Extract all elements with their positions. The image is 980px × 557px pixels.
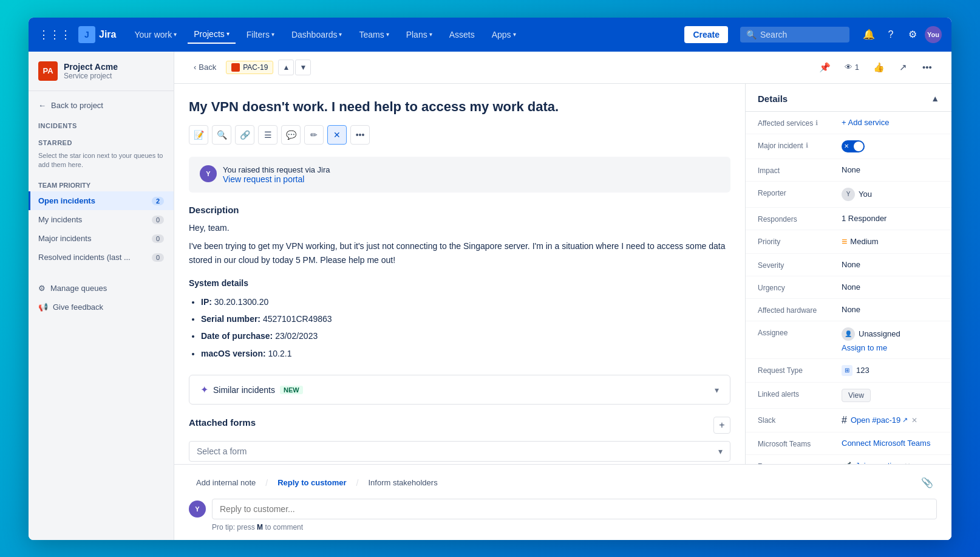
open-incidents-badge: 2	[152, 197, 164, 205]
request-type-label: Request Type	[758, 365, 837, 375]
help-icon[interactable]: ?	[881, 25, 900, 44]
grid-icon[interactable]: ⋮⋮⋮	[38, 28, 71, 41]
assignee-avatar: 👤	[842, 327, 855, 341]
priority-medium-icon: ≡	[842, 236, 847, 247]
sidebar-item-open-incidents[interactable]: Open incidents 2	[29, 191, 174, 210]
raised-text: You raised this request via Jira	[223, 165, 330, 174]
attach-button[interactable]: 📎	[917, 473, 937, 493]
plans-chevron: ▾	[429, 31, 432, 38]
toolbar-list-icon[interactable]: ☰	[258, 125, 277, 145]
manage-queues[interactable]: ⚙ Manage queues	[29, 279, 174, 298]
responders-value[interactable]: 1 Responder	[842, 214, 939, 223]
toolbar-link-icon[interactable]: 🔗	[235, 125, 254, 145]
sidebar-item-resolved-incidents[interactable]: Resolved incidents (last ... 0	[29, 248, 174, 267]
jira-logo[interactable]: J Jira	[78, 26, 116, 43]
nav-plans[interactable]: Plans ▾	[400, 26, 438, 43]
major-incident-toggle[interactable]: ✕	[842, 140, 865, 152]
request-type-row: Request Type ⊞ 123	[746, 359, 951, 383]
impact-value[interactable]: None	[842, 165, 939, 174]
major-incident-info-icon[interactable]: ℹ	[806, 142, 808, 149]
ms-teams-row: Microsoft Teams Connect Microsoft Teams	[746, 432, 951, 455]
content-area: ‹ Back PAC-19 ▲ ▼ 📌 👁	[174, 52, 951, 540]
sidebar-item-my-incidents[interactable]: My incidents 0	[29, 210, 174, 229]
view-portal-link[interactable]: View request in portal	[223, 174, 304, 184]
apps-chevron: ▾	[513, 31, 516, 38]
ms-teams-link[interactable]: Connect Microsoft Teams	[842, 439, 930, 448]
back-icon: ←	[38, 101, 46, 110]
impact-row: Impact None	[746, 159, 951, 182]
thumbsup-icon[interactable]: 👍	[869, 58, 888, 77]
forms-title: Attached forms	[189, 417, 256, 428]
create-button[interactable]: Create	[684, 26, 728, 43]
slack-close-icon[interactable]: ✕	[911, 416, 917, 425]
notifications-icon[interactable]: 🔔	[859, 25, 879, 44]
responders-label: Responders	[758, 214, 837, 224]
pin-icon[interactable]: 📌	[815, 58, 835, 77]
affected-hardware-value[interactable]: None	[842, 305, 939, 314]
toolbar-pin-icon[interactable]: ✏	[304, 125, 324, 145]
search-bar[interactable]: 🔍 Search	[740, 27, 849, 43]
back-arrow-icon: ‹	[194, 63, 196, 72]
nav-dashboards[interactable]: Dashboards ▾	[285, 26, 349, 43]
project-type: Service project	[64, 72, 118, 80]
view-alerts-button[interactable]: View	[842, 389, 871, 402]
add-service-button[interactable]: + Add service	[842, 118, 939, 127]
nav-teams[interactable]: Teams ▾	[353, 26, 395, 43]
back-to-project[interactable]: ← Back to project	[29, 96, 174, 115]
toolbar-text-icon[interactable]: 📝	[189, 125, 208, 145]
toolbar-cancel-icon[interactable]: ✕	[327, 125, 347, 145]
give-feedback[interactable]: 📢 Give feedback	[29, 298, 174, 316]
settings-icon[interactable]: ⚙	[903, 25, 922, 44]
details-title: Details	[758, 94, 788, 104]
toolbar-more-icon[interactable]: •••	[350, 125, 370, 145]
gear-icon: ⚙	[38, 284, 46, 293]
slack-row: Slack # Open #pac-19 ↗ ✕	[746, 409, 951, 432]
team-priority-label: TEAM PRIORITY	[29, 174, 174, 191]
nav-assets[interactable]: Assets	[443, 26, 481, 43]
priority-label: Priority	[758, 236, 837, 246]
issue-toolbar: 📝 🔍 🔗 ☰ 💬 ✏ ✕ •••	[189, 125, 730, 145]
inform-stakeholders-tab[interactable]: Inform stakeholders	[361, 474, 445, 491]
linked-alerts-value: View	[842, 389, 939, 402]
comment-input[interactable]	[212, 499, 937, 519]
details-header: Details ▲	[746, 84, 951, 112]
similar-incidents-section[interactable]: ✦ Similar incidents NEW ▾	[189, 375, 730, 405]
nav-your-work[interactable]: Your work ▾	[128, 26, 183, 43]
sidebar-item-major-incidents[interactable]: Major incidents 0	[29, 229, 174, 248]
description-title: Description	[189, 205, 730, 215]
add-internal-note-tab[interactable]: Add internal note	[189, 474, 263, 491]
slack-channel-link[interactable]: Open #pac-19 ↗	[851, 415, 908, 425]
incidents-label: Incidents	[29, 115, 174, 132]
dashboards-chevron: ▾	[339, 31, 342, 38]
watch-button[interactable]: 👁 1	[840, 60, 864, 74]
share-icon[interactable]: ↗	[893, 58, 913, 77]
prev-issue-button[interactable]: ▲	[278, 60, 294, 75]
sidebar-project: PA Project Acme Service project	[29, 61, 174, 91]
next-issue-button[interactable]: ▼	[295, 60, 311, 75]
reply-to-customer-tab[interactable]: Reply to customer	[270, 474, 353, 491]
similar-left: ✦ Similar incidents NEW	[200, 384, 303, 395]
collapse-button[interactable]: ▲	[931, 94, 939, 103]
severity-value[interactable]: None	[842, 260, 939, 269]
back-button[interactable]: ‹ Back	[189, 60, 221, 74]
more-options-icon[interactable]: •••	[917, 58, 937, 77]
assign-to-me-link[interactable]: Assign to me	[842, 343, 939, 352]
form-select[interactable]: Select a form ▾	[189, 441, 730, 462]
raised-avatar: Y	[200, 165, 217, 182]
affected-services-info-icon[interactable]: ℹ	[815, 119, 818, 127]
nav-apps[interactable]: Apps ▾	[486, 26, 522, 43]
issue-key-badge[interactable]: PAC-19	[226, 61, 273, 74]
ms-teams-label: Microsoft Teams	[758, 439, 837, 448]
user-avatar[interactable]: You	[925, 26, 942, 43]
nav-projects[interactable]: Projects ▾	[188, 26, 236, 44]
top-navigation: ⋮⋮⋮ J Jira Your work ▾ Projects ▾ Filter…	[29, 18, 951, 52]
add-form-button[interactable]: +	[713, 417, 730, 434]
urgency-row: Urgency None	[746, 276, 951, 299]
nav-filters[interactable]: Filters ▾	[240, 26, 281, 43]
sparkle-icon: ✦	[200, 384, 208, 395]
toolbar-chat-icon[interactable]: 💬	[281, 125, 301, 145]
urgency-value[interactable]: None	[842, 282, 939, 292]
new-badge: NEW	[280, 386, 303, 394]
toolbar-search-icon[interactable]: 🔍	[212, 125, 231, 145]
priority-value[interactable]: ≡ Medium	[842, 236, 939, 247]
